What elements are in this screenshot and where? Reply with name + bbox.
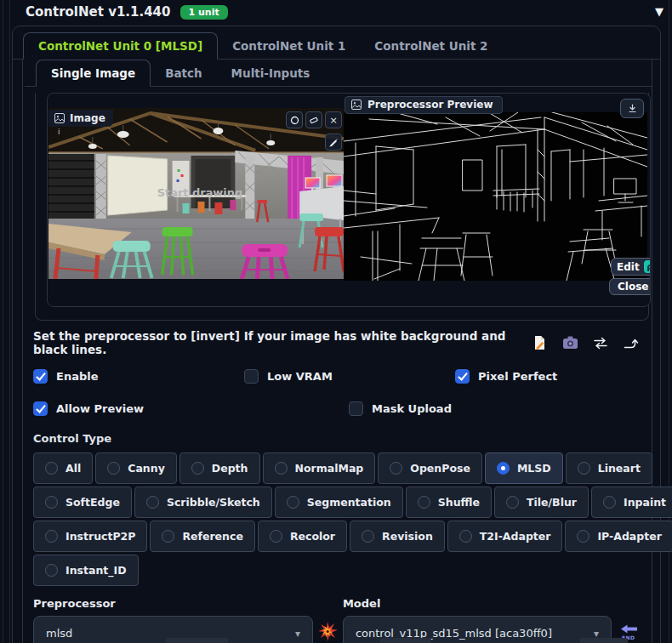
- tab-controlnet-unit-0[interactable]: ControlNet Unit 0 [MLSD]: [23, 32, 218, 60]
- checkbox-mask-upload[interactable]: Mask Upload: [349, 401, 452, 416]
- checkbox-low-vram[interactable]: Low VRAM: [244, 369, 455, 384]
- canvas-action-icons: [531, 334, 641, 351]
- model-label: Model: [343, 597, 612, 610]
- radio-button: [497, 462, 510, 475]
- radio-button: [270, 530, 282, 543]
- radio-button: [506, 496, 519, 509]
- control-type-softedge[interactable]: SoftEdge: [33, 487, 132, 518]
- checkbox-pixel-perfect[interactable]: Pixel Perfect: [455, 369, 557, 384]
- control-type-normalmap[interactable]: NormalMap: [263, 452, 376, 484]
- unit-0-panel: Single Image Batch Multi-Inputs: [22, 60, 652, 643]
- start-drawing-hint: Start drawing: [157, 186, 243, 199]
- control-type-tile-blur[interactable]: Tile/Blur: [494, 487, 589, 518]
- preprocessor-preview-image[interactable]: [344, 112, 647, 281]
- radio-button: [459, 530, 472, 543]
- preprocessor-label: Preprocessor: [33, 597, 313, 610]
- mlsd-preview: [344, 112, 647, 281]
- checkbox: [33, 401, 48, 416]
- close-image-icon[interactable]: ×: [325, 111, 342, 128]
- radio-button: [418, 496, 430, 509]
- single-image-panel: Start drawing Image i: [35, 93, 649, 321]
- radio-button: [162, 530, 174, 543]
- invert-note-text: Set the preprocessor to [invert] If your…: [33, 329, 531, 356]
- room-photo: Start drawing: [48, 108, 344, 279]
- outer-border-line: [3, 0, 3, 643]
- control-type-scribble-sketch[interactable]: Scribble/Sketch: [134, 487, 272, 518]
- cutoff-element: [580, 638, 628, 643]
- control-type-instant-id[interactable]: Instant_ID: [33, 555, 139, 586]
- tab-controlnet-unit-2[interactable]: ControlNet Unit 2: [360, 33, 502, 59]
- run-preprocessor-icon[interactable]: [318, 622, 338, 643]
- control-type-depth[interactable]: Depth: [179, 452, 260, 484]
- radio-button: [577, 530, 589, 543]
- eraser-icon[interactable]: [305, 111, 322, 128]
- control-type-t2i-adapter[interactable]: T2I-Adapter: [447, 521, 563, 552]
- image-icon: [351, 100, 362, 110]
- cutoff-element: [380, 638, 431, 643]
- control-type-revision[interactable]: Revision: [350, 521, 445, 552]
- control-type-instructp2p[interactable]: InstructP2P: [33, 521, 147, 552]
- control-type-reference[interactable]: Reference: [150, 521, 254, 552]
- image-toolbar: ×: [286, 111, 342, 128]
- checkbox: [33, 369, 48, 384]
- download-preview-icon[interactable]: [620, 99, 644, 118]
- cutoff-element: [166, 638, 228, 643]
- tab-multi-inputs[interactable]: Multi-Inputs: [217, 60, 325, 86]
- radio-button: [45, 564, 58, 577]
- checkbox-allow-preview[interactable]: Allow Preview: [33, 401, 349, 416]
- radio-button: [578, 462, 590, 475]
- photopea-logo-icon: ρ: [644, 260, 651, 273]
- collapse-accordion-icon[interactable]: ▼: [655, 5, 663, 18]
- radio-button: [362, 530, 374, 543]
- accordion-header[interactable]: ControlNet v1.1.440 1 unit: [26, 4, 228, 20]
- radio-button: [191, 462, 204, 475]
- extension-title: ControlNet v1.1.440: [26, 4, 171, 20]
- unit-tabbar: ControlNet Unit 0 [MLSD] ControlNet Unit…: [13, 32, 660, 60]
- checkbox: [455, 369, 470, 384]
- control-type-segmentation[interactable]: Segmentation: [275, 487, 403, 518]
- source-image-canvas[interactable]: Start drawing Image i: [48, 108, 344, 279]
- control-type-inpaint[interactable]: Inpaint: [591, 487, 672, 518]
- controlnet-accordion: ControlNet Unit 0 [MLSD] ControlNet Unit…: [12, 26, 661, 643]
- webcam-icon[interactable]: [561, 334, 578, 351]
- control-type-recolor[interactable]: Recolor: [258, 521, 347, 552]
- tab-single-image[interactable]: Single Image: [36, 60, 151, 87]
- preview-panel-label: Preprocessor Preview: [345, 96, 503, 114]
- radio-button: [146, 496, 159, 509]
- send-dimensions-icon[interactable]: [623, 334, 640, 351]
- control-type-openpose[interactable]: OpenPose: [378, 452, 482, 484]
- checkbox-enable[interactable]: Enable: [33, 369, 244, 384]
- control-type-ip-adapter[interactable]: IP-Adapter: [565, 521, 672, 552]
- controlnet-extension-panel: ControlNet v1.1.440 1 unit ▼ ControlNet …: [0, 0, 672, 643]
- control-type-group: All Canny Depth NormalMap OpenPose MLSD …: [33, 452, 641, 586]
- radio-button: [45, 496, 58, 509]
- mirror-swap-icon[interactable]: [592, 334, 609, 351]
- control-type-label: Control Type: [33, 432, 652, 445]
- unit-count-badge: 1 unit: [180, 5, 228, 20]
- image-panel-label: Image: [48, 110, 113, 127]
- control-type-lineart[interactable]: Lineart: [566, 452, 652, 484]
- control-type-shuffle[interactable]: Shuffle: [406, 487, 492, 518]
- radio-button: [390, 462, 402, 475]
- control-type-canny[interactable]: Canny: [95, 452, 177, 484]
- radio-button: [275, 462, 288, 475]
- tab-controlnet-unit-1[interactable]: ControlNet Unit 1: [218, 33, 360, 59]
- chevron-down-icon[interactable]: ▾: [295, 628, 300, 640]
- radio-button: [45, 462, 58, 475]
- control-type-all[interactable]: All: [33, 452, 93, 484]
- edit-in-photopea-button[interactable]: Edit ρ: [611, 258, 651, 276]
- pencil-icon[interactable]: [325, 134, 342, 151]
- outer-border-line: [9, 0, 10, 643]
- radio-button: [603, 496, 616, 509]
- checkbox: [349, 401, 363, 416]
- tab-batch[interactable]: Batch: [151, 60, 216, 86]
- new-canvas-icon[interactable]: [531, 334, 548, 351]
- radio-button: [45, 530, 58, 543]
- control-type-mlsd[interactable]: MLSD: [485, 452, 563, 484]
- image-preview-group: Start drawing Image i: [47, 93, 651, 307]
- image-icon: [54, 113, 65, 123]
- close-preview-button[interactable]: Close: [609, 278, 651, 295]
- input-mode-tabbar: Single Image Batch Multi-Inputs: [25, 60, 652, 87]
- undo-icon[interactable]: [286, 111, 303, 128]
- radio-button: [287, 496, 299, 509]
